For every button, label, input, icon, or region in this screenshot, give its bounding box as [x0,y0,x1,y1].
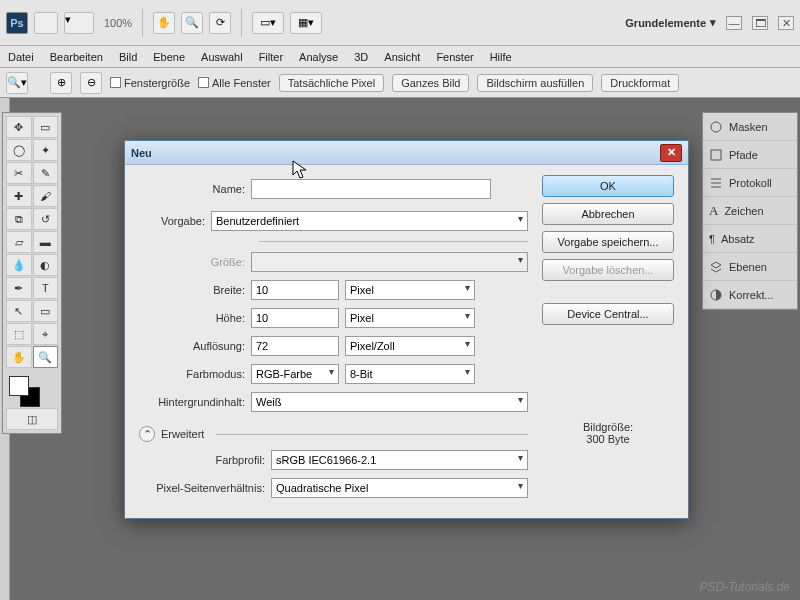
hintergrund-select[interactable] [251,392,528,412]
dialog-titlebar[interactable]: Neu ✕ [125,141,688,165]
crop-tool[interactable]: ✂ [6,162,32,184]
right-panel: Masken Pfade Protokoll AZeichen ¶Absatz … [702,112,798,310]
menu-datei[interactable]: Datei [8,51,34,63]
color-swatches[interactable] [6,373,58,407]
app-logo[interactable]: Ps [6,12,28,34]
path-tool[interactable]: ↖ [6,300,32,322]
hoehe-unit-select[interactable] [345,308,475,328]
panel-zeichen[interactable]: AZeichen [703,197,797,225]
menu-3d[interactable]: 3D [354,51,368,63]
abbrechen-button[interactable]: Abbrechen [542,203,674,225]
image-size-info: Bildgröße: 300 Byte [542,421,674,445]
blur-tool[interactable]: 💧 [6,254,32,276]
menu-analyse[interactable]: Analyse [299,51,338,63]
vorgabe-select[interactable] [211,211,528,231]
type-tool[interactable]: T [33,277,59,299]
label-hoehe: Höhe: [139,312,245,324]
btn-tatsaechliche-pixel[interactable]: Tatsächliche Pixel [279,74,384,92]
erweitert-toggle[interactable]: ⌃ Erweitert [139,426,528,442]
pixelsv-select[interactable] [271,478,528,498]
panel-ebenen[interactable]: Ebenen [703,253,797,281]
zoom-out-icon[interactable]: ⊖ [80,72,102,94]
vorgabe-loeschen-button: Vorgabe löschen... [542,259,674,281]
menu-hilfe[interactable]: Hilfe [490,51,512,63]
aufloesung-input[interactable] [251,336,339,356]
dodge-tool[interactable]: ◐ [33,254,59,276]
panel-absatz[interactable]: ¶Absatz [703,225,797,253]
name-input[interactable] [251,179,491,199]
bridge-button[interactable] [34,12,58,34]
hoehe-input[interactable] [251,308,339,328]
label-pixelsv: Pixel-Seitenverhältnis: [139,482,265,494]
toolbox: ✥▭ ◯✦ ✂✎ ✚🖌 ⧉↺ ▱▬ 💧◐ ✒T ↖▭ ⬚⌖ ✋🔍 ◫ [2,112,62,434]
farbtiefe-select[interactable] [345,364,475,384]
farbmodus-select[interactable] [251,364,339,384]
marquee-tool[interactable]: ▭ [33,116,59,138]
minimize-button[interactable]: — [726,16,742,30]
device-central-button[interactable]: Device Central... [542,303,674,325]
farbprofil-select[interactable] [271,450,528,470]
chevron-up-icon: ⌃ [139,426,155,442]
zoom-tool[interactable]: 🔍 [33,346,59,368]
label-farbmodus: Farbmodus: [139,368,245,380]
hand-tool[interactable]: ✋ [6,346,32,368]
window-close-button[interactable]: ✕ [778,16,794,30]
history-brush-tool[interactable]: ↺ [33,208,59,230]
brush-tool[interactable]: 🖌 [33,185,59,207]
eraser-tool[interactable]: ▱ [6,231,32,253]
rotate-icon[interactable]: ⟳ [209,12,231,34]
stamp-tool[interactable]: ⧉ [6,208,32,230]
shape-tool[interactable]: ▭ [33,300,59,322]
zoom-in-icon[interactable]: ⊕ [50,72,72,94]
checkbox-fenstergroesse[interactable]: Fenstergröße [110,77,190,89]
new-document-dialog: Neu ✕ Name: Vorgabe: Größe: Breite: [124,140,689,519]
gradient-tool[interactable]: ▬ [33,231,59,253]
eyedropper-tool[interactable]: ✎ [33,162,59,184]
zoom-level[interactable]: 100% [104,17,132,29]
wand-tool[interactable]: ✦ [33,139,59,161]
panel-masken[interactable]: Masken [703,113,797,141]
zoom-icon[interactable]: 🔍 [181,12,203,34]
panel-korrekturen[interactable]: Korrekt... [703,281,797,309]
svg-point-0 [711,122,721,132]
tool-preset[interactable]: 🔍▾ [6,72,28,94]
move-tool[interactable]: ✥ [6,116,32,138]
btn-ganzes-bild[interactable]: Ganzes Bild [392,74,469,92]
quickmask-toggle[interactable]: ◫ [6,408,58,430]
btn-bildschirm-ausfuellen[interactable]: Bildschirm ausfüllen [477,74,593,92]
menu-bearbeiten[interactable]: Bearbeiten [50,51,103,63]
menu-ebene[interactable]: Ebene [153,51,185,63]
vorgabe-speichern-button[interactable]: Vorgabe speichern... [542,231,674,253]
menu-bild[interactable]: Bild [119,51,137,63]
menu-ansicht[interactable]: Ansicht [384,51,420,63]
breite-unit-select[interactable] [345,280,475,300]
checkbox-alle-fenster[interactable]: Alle Fenster [198,77,271,89]
hand-icon[interactable]: ✋ [153,12,175,34]
menu-fenster[interactable]: Fenster [436,51,473,63]
arrange-button[interactable]: ▾ [64,12,94,34]
watermark: PSD-Tutorials.de [700,580,790,594]
3d-tool[interactable]: ⬚ [6,323,32,345]
breite-input[interactable] [251,280,339,300]
aufloesung-unit-select[interactable] [345,336,475,356]
extras-button[interactable]: ▦▾ [290,12,322,34]
menu-auswahl[interactable]: Auswahl [201,51,243,63]
ok-button[interactable]: OK [542,175,674,197]
label-vorgabe: Vorgabe: [139,215,205,227]
panel-pfade[interactable]: Pfade [703,141,797,169]
lasso-tool[interactable]: ◯ [6,139,32,161]
close-icon[interactable]: ✕ [660,144,682,162]
menu-filter[interactable]: Filter [259,51,283,63]
camera-tool[interactable]: ⌖ [33,323,59,345]
heal-tool[interactable]: ✚ [6,185,32,207]
maximize-button[interactable]: 🗖 [752,16,768,30]
screen-mode-button[interactable]: ▭▾ [252,12,284,34]
dialog-title: Neu [131,147,152,159]
btn-druckformat[interactable]: Druckformat [601,74,679,92]
label-breite: Breite: [139,284,245,296]
pen-tool[interactable]: ✒ [6,277,32,299]
panel-protokoll[interactable]: Protokoll [703,169,797,197]
label-name: Name: [139,183,245,195]
label-farbprofil: Farbprofil: [139,454,265,466]
workspace-switcher[interactable]: Grundelemente▾ [625,16,716,29]
